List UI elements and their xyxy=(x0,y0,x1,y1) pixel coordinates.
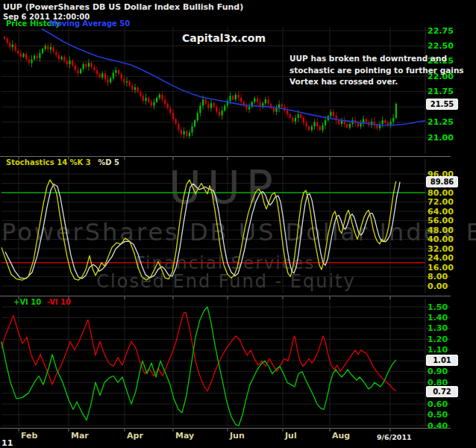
last-date-label: 9/6/2011 xyxy=(377,433,412,441)
chart-window: UUPPowerShares DB US Dollar Index Bullis… xyxy=(0,0,476,448)
stochastics-scale-label: 56.00 xyxy=(428,216,472,225)
year-label: 11 xyxy=(1,438,13,448)
annotation-line-2: stochastic are pointing to further gains xyxy=(289,65,464,77)
stochastics-last-value-badge: 89.86 xyxy=(426,176,458,187)
stochastics-d-label: %D 5 xyxy=(98,158,119,167)
background-watermark: UUP xyxy=(169,161,279,214)
vortex-scale-label: 1.20 xyxy=(428,335,472,344)
stochastics-scale-label: 40.00 xyxy=(428,234,472,244)
vortex-plus-last-value-badge: 1.01 xyxy=(426,355,458,366)
vortex-scale-label: 1.10 xyxy=(428,345,472,355)
price-last-value-badge: 21.55 xyxy=(426,99,458,110)
price-scale-label: 22.75 xyxy=(428,26,472,36)
vortex-scale-label: 0.60 xyxy=(428,399,472,409)
vortex-scale-label: 0.90 xyxy=(428,367,472,376)
price-scale-label: 21.75 xyxy=(428,87,472,96)
price-scale-label: 22.50 xyxy=(428,41,472,51)
vortex-minus-last-value-badge: 0.72 xyxy=(426,386,458,397)
stochastics-k-label: Stochastics 14 %K 3 xyxy=(6,158,91,167)
stochastics-scale-label: 72.00 xyxy=(428,197,472,207)
vortex-plus-label: +VI 10 xyxy=(13,298,41,306)
stochastics-scale-label: 0.00 xyxy=(428,281,472,291)
month-label-apr: Apr xyxy=(127,431,143,441)
price-scale-label: 21.00 xyxy=(428,133,472,143)
vortex-scale-label: 0.50 xyxy=(428,410,472,420)
symbol-title: UUP (PowerShares DB US Dollar Index Bull… xyxy=(3,2,243,12)
vortex-scale-label: 1.30 xyxy=(428,323,472,333)
site-watermark: Capital3x.com xyxy=(172,32,276,44)
month-label-feb: Feb xyxy=(21,431,37,441)
vortex-minus-label: -VI 10 xyxy=(47,298,71,306)
month-label-jun: Jun xyxy=(230,431,245,441)
month-label-aug: Aug xyxy=(332,431,350,441)
background-watermark: Closed End Fund - Equity xyxy=(96,271,355,292)
stochastics-scale-label: 8.00 xyxy=(428,272,472,281)
annotation-line-1: UUP has broken the downtrend and xyxy=(289,53,464,65)
vortex-scale-label: 1.40 xyxy=(428,313,472,323)
vortex-scale-label: 1.50 xyxy=(428,302,472,312)
month-label-mar: Mar xyxy=(71,431,89,441)
stochastics-scale-label: 24.00 xyxy=(428,253,472,263)
month-label-jul: Jul xyxy=(285,431,297,441)
month-label-may: May xyxy=(175,431,194,441)
analyst-annotation: UUP has broken the downtrend and stochas… xyxy=(289,53,464,88)
annotation-line-3: Vortex has crossed over. xyxy=(289,76,464,88)
background-watermark: PowerShares DB US Dollar Index Bullish F xyxy=(1,218,476,246)
legend-moving-average-50[interactable]: Moving Average 50 xyxy=(49,19,130,28)
price-scale-label: 21.25 xyxy=(428,117,472,127)
vortex-panel-label[interactable]: +VI 10 -VI 10 xyxy=(13,298,71,306)
stochastics-panel-label[interactable]: Stochastics 14 %K 3 %D 5 xyxy=(6,158,119,167)
vortex-scale-label: 0.40 xyxy=(428,421,472,431)
